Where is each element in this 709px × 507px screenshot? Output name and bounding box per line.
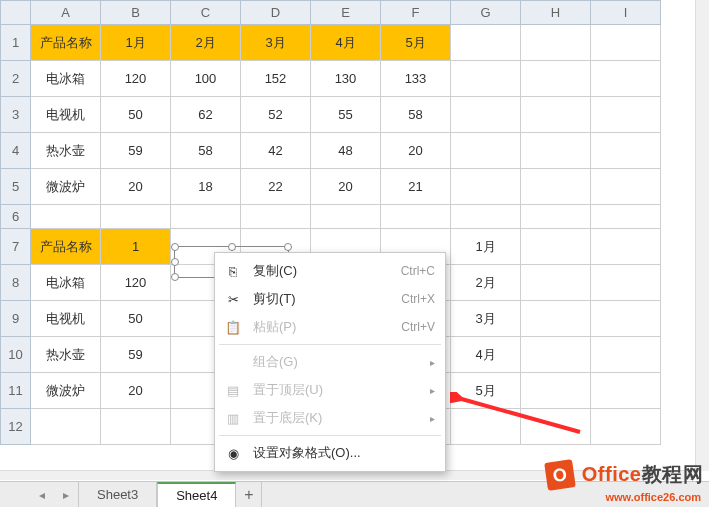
cell[interactable] [101,205,171,229]
row-header[interactable]: 2 [1,61,31,97]
add-sheet-button[interactable]: + [236,482,262,507]
cell[interactable] [521,169,591,205]
row-header[interactable]: 1 [1,25,31,61]
row-header[interactable]: 5 [1,169,31,205]
cell[interactable]: 59 [101,133,171,169]
cell[interactable] [171,205,241,229]
cell[interactable] [591,337,661,373]
cell[interactable] [521,25,591,61]
cell[interactable]: 22 [241,169,311,205]
cell[interactable]: 20 [311,169,381,205]
cell[interactable] [521,265,591,301]
cell[interactable]: 电视机 [31,301,101,337]
cell[interactable] [241,205,311,229]
cell[interactable] [591,409,661,445]
select-all-corner[interactable] [1,1,31,25]
resize-handle[interactable] [228,243,236,251]
cell[interactable] [591,25,661,61]
cell[interactable]: 20 [101,169,171,205]
cell[interactable]: 电冰箱 [31,61,101,97]
cell[interactable]: 微波炉 [31,373,101,409]
cell[interactable]: 20 [381,133,451,169]
cell[interactable] [521,337,591,373]
cell[interactable] [591,265,661,301]
cell[interactable]: 120 [101,265,171,301]
cell[interactable] [521,61,591,97]
resize-handle[interactable] [171,243,179,251]
cell[interactable]: 21 [381,169,451,205]
cell[interactable]: 18 [171,169,241,205]
cell[interactable] [451,205,521,229]
cell[interactable] [451,169,521,205]
cell[interactable] [521,205,591,229]
cell[interactable]: 微波炉 [31,169,101,205]
cell[interactable]: 3月 [241,25,311,61]
col-header[interactable]: C [171,1,241,25]
cell[interactable] [451,133,521,169]
cell[interactable] [31,409,101,445]
cell[interactable]: 52 [241,97,311,133]
col-header[interactable]: F [381,1,451,25]
col-header[interactable]: D [241,1,311,25]
tab-scroll-right[interactable]: ▸ [54,482,78,507]
cell[interactable] [591,133,661,169]
cell[interactable]: 59 [101,337,171,373]
cell[interactable] [521,133,591,169]
row-header[interactable]: 4 [1,133,31,169]
cell[interactable]: 产品名称 [31,25,101,61]
row-header[interactable]: 9 [1,301,31,337]
cell[interactable] [451,97,521,133]
sheet-tab[interactable]: Sheet3 [78,482,157,507]
resize-handle[interactable] [284,243,292,251]
cell[interactable] [31,205,101,229]
menu-copy[interactable]: ⎘ 复制(C) Ctrl+C [215,257,445,285]
row-header[interactable]: 12 [1,409,31,445]
cell[interactable] [591,97,661,133]
cell[interactable]: 热水壶 [31,337,101,373]
cell[interactable]: 133 [381,61,451,97]
cell[interactable] [381,205,451,229]
cell[interactable]: 48 [311,133,381,169]
cell[interactable]: 1 [101,229,171,265]
cell[interactable]: 1月 [101,25,171,61]
cell[interactable] [521,301,591,337]
cell[interactable]: 电视机 [31,97,101,133]
cell[interactable]: 58 [381,97,451,133]
row-header[interactable]: 6 [1,205,31,229]
cell[interactable]: 62 [171,97,241,133]
cell[interactable]: 55 [311,97,381,133]
cell[interactable]: 50 [101,97,171,133]
row-header[interactable]: 7 [1,229,31,265]
cell[interactable]: 2月 [451,265,521,301]
sheet-tab-active[interactable]: Sheet4 [157,482,236,507]
row-header[interactable]: 11 [1,373,31,409]
cell[interactable] [591,229,661,265]
cell[interactable]: 152 [241,61,311,97]
cell[interactable] [591,373,661,409]
cell[interactable]: 4月 [451,337,521,373]
cell[interactable] [311,205,381,229]
resize-handle[interactable] [171,273,179,281]
cell[interactable]: 120 [101,61,171,97]
cell[interactable] [101,409,171,445]
cell[interactable]: 电冰箱 [31,265,101,301]
col-header[interactable]: A [31,1,101,25]
cell[interactable]: 130 [311,61,381,97]
row-header[interactable]: 8 [1,265,31,301]
cell[interactable]: 热水壶 [31,133,101,169]
cell[interactable] [591,301,661,337]
menu-format-object[interactable]: ◉ 设置对象格式(O)... [215,439,445,467]
cell[interactable] [591,205,661,229]
col-header[interactable]: H [521,1,591,25]
col-header[interactable]: G [451,1,521,25]
cell[interactable] [591,169,661,205]
col-header[interactable]: E [311,1,381,25]
cell[interactable] [451,25,521,61]
resize-handle[interactable] [171,258,179,266]
cell[interactable]: 产品名称 [31,229,101,265]
cell[interactable] [521,97,591,133]
cell[interactable] [451,61,521,97]
menu-cut[interactable]: ✂ 剪切(T) Ctrl+X [215,285,445,313]
cell[interactable]: 3月 [451,301,521,337]
cell[interactable]: 4月 [311,25,381,61]
